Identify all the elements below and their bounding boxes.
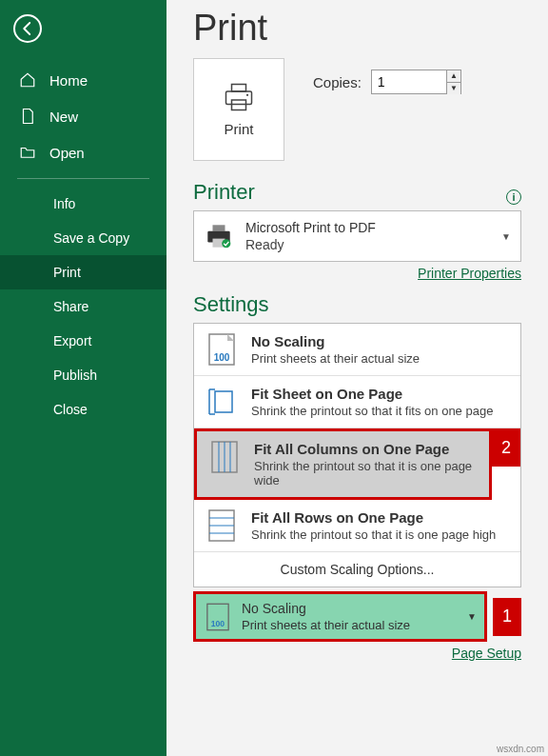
printer-heading: Printer bbox=[193, 180, 255, 205]
svg-text:100: 100 bbox=[214, 352, 230, 363]
sidebar-label-home: Home bbox=[49, 72, 88, 89]
printer-status: Ready bbox=[245, 236, 376, 253]
printer-icon bbox=[222, 83, 256, 111]
watermark: wsxdn.com bbox=[497, 744, 544, 754]
copies-up[interactable]: ▲ bbox=[447, 70, 460, 83]
callout-badge-2: 2 bbox=[492, 428, 520, 467]
option-no-scaling[interactable]: 100 No ScalingPrint sheets at their actu… bbox=[194, 324, 520, 376]
svg-rect-0 bbox=[232, 84, 246, 91]
svg-rect-1 bbox=[226, 91, 252, 105]
printer-properties-link[interactable]: Printer Properties bbox=[193, 266, 521, 281]
sidebar-item-new[interactable]: New bbox=[0, 98, 166, 134]
copies-label: Copies: bbox=[313, 74, 362, 90]
sidebar-item-publish[interactable]: Publish bbox=[0, 358, 166, 392]
print-panel: Print Print Copies: ▲ ▼ Printer bbox=[166, 0, 548, 756]
scaling-dropdown[interactable]: 100 No Scaling Print sheets at their act… bbox=[193, 591, 487, 642]
sidebar-item-close[interactable]: Close bbox=[0, 392, 166, 427]
svg-rect-10 bbox=[215, 391, 232, 412]
sidebar-item-export[interactable]: Export bbox=[0, 324, 166, 358]
printer-name: Microsoft Print to PDF bbox=[245, 219, 376, 236]
svg-text:100: 100 bbox=[211, 619, 225, 628]
sidebar-item-share[interactable]: Share bbox=[0, 289, 166, 324]
scaling-selected-sub: Print sheets at their actual size bbox=[242, 618, 410, 634]
sidebar-item-open[interactable]: Open bbox=[0, 134, 166, 170]
option-fit-sheet[interactable]: Fit Sheet on One PageShrink the printout… bbox=[194, 376, 520, 428]
printer-status-icon bbox=[204, 224, 234, 249]
open-folder-icon bbox=[19, 144, 36, 161]
backstage-sidebar: Home New Open Info Save a Copy Print Sha… bbox=[0, 0, 166, 756]
print-button[interactable]: Print bbox=[193, 58, 284, 161]
settings-heading: Settings bbox=[193, 292, 521, 317]
copies-down[interactable]: ▼ bbox=[447, 83, 460, 94]
sidebar-label-open: Open bbox=[49, 145, 85, 161]
scaling-selected-icon: 100 bbox=[206, 603, 230, 631]
sidebar-label-new: New bbox=[49, 109, 78, 125]
option-fit-columns[interactable]: Fit All Columns on One PageShrink the pr… bbox=[194, 428, 492, 500]
chevron-down-icon: ▼ bbox=[501, 231, 511, 242]
page-title: Print bbox=[193, 8, 521, 49]
copies-group: Copies: ▲ ▼ bbox=[313, 70, 461, 94]
copies-spinner: ▲ ▼ bbox=[447, 70, 461, 94]
no-scaling-icon: 100 bbox=[206, 333, 238, 366]
option-fit-rows[interactable]: Fit All Rows on One PageShrink the print… bbox=[194, 500, 520, 552]
sidebar-item-print[interactable]: Print bbox=[0, 255, 166, 289]
new-file-icon bbox=[19, 108, 36, 125]
fit-rows-icon bbox=[206, 509, 238, 542]
print-button-label: Print bbox=[225, 121, 254, 137]
printer-info-icon[interactable]: i bbox=[506, 189, 521, 205]
chevron-down-icon: ▼ bbox=[467, 611, 477, 622]
scaling-selected-title: No Scaling bbox=[242, 600, 410, 617]
svg-rect-4 bbox=[213, 225, 225, 231]
fit-sheet-icon bbox=[206, 386, 238, 418]
back-arrow-icon bbox=[19, 20, 36, 37]
custom-scaling-link[interactable]: Custom Scaling Options... bbox=[194, 552, 520, 587]
sidebar-item-savecopy[interactable]: Save a Copy bbox=[0, 221, 166, 255]
home-icon bbox=[19, 71, 36, 89]
page-setup-link[interactable]: Page Setup bbox=[193, 646, 521, 661]
fit-columns-icon bbox=[208, 441, 241, 473]
svg-point-7 bbox=[222, 239, 230, 248]
sidebar-item-home[interactable]: Home bbox=[0, 62, 166, 98]
scaling-options-list: 100 No ScalingPrint sheets at their actu… bbox=[193, 323, 521, 587]
copies-input[interactable] bbox=[371, 70, 447, 94]
svg-point-3 bbox=[246, 93, 248, 95]
callout-badge-1: 1 bbox=[493, 598, 521, 636]
back-button[interactable] bbox=[13, 14, 42, 43]
sidebar-divider bbox=[17, 178, 149, 179]
printer-dropdown[interactable]: Microsoft Print to PDF Ready ▼ bbox=[193, 210, 521, 262]
sidebar-item-info[interactable]: Info bbox=[0, 187, 166, 221]
